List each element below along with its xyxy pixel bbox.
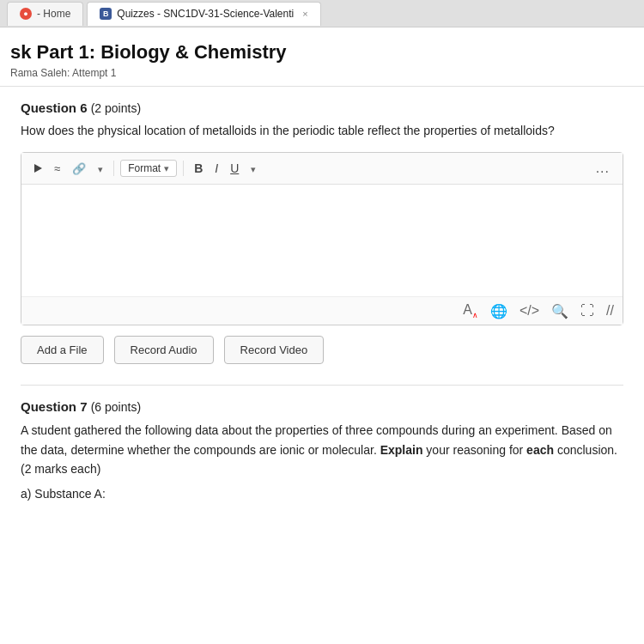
question-6-text: How does the physical location of metall… xyxy=(21,122,623,140)
page-title: sk Part 1: Biology & Chemistry xyxy=(10,41,623,64)
question-7-body: A student gathered the following data ab… xyxy=(21,423,617,476)
toolbar-more-button[interactable]: ... xyxy=(592,158,614,179)
play-icon xyxy=(34,164,42,173)
each-bold: each xyxy=(526,443,554,457)
toolbar-separator-1 xyxy=(113,161,114,176)
sub-question-a: a) Substance A: xyxy=(21,487,623,501)
editor-body[interactable] xyxy=(21,185,623,296)
question-6-title: Question 6 xyxy=(21,100,88,115)
toolbar-separator-2 xyxy=(183,161,184,176)
question-6-label: Question 6 (2 points) xyxy=(21,100,623,115)
toolbar-format-dropdown[interactable]: Format xyxy=(120,160,177,177)
close-tab-button[interactable]: × xyxy=(302,9,307,19)
editor-toolbar: ≈ 🔗 Format xyxy=(21,153,623,185)
explain-bold: Explain xyxy=(380,443,423,457)
section-divider xyxy=(21,385,623,386)
toolbar-underline-dropdown-button[interactable] xyxy=(246,160,260,178)
question-7-title: Question 7 xyxy=(21,399,88,414)
format-label: Format xyxy=(128,162,161,174)
language-icon[interactable]: 🌐 xyxy=(490,303,507,319)
tab-quizzes[interactable]: B Quizzes - SNC1DV-31-Science-Valenti × xyxy=(87,2,320,26)
main-content: Question 6 (2 points) How does the physi… xyxy=(0,87,644,532)
question-7-points: (6 points) xyxy=(91,400,141,414)
add-file-button[interactable]: Add a File xyxy=(21,336,104,364)
page-subtitle: Rama Saleh: Attempt 1 xyxy=(10,67,623,79)
question-6-block: Question 6 (2 points) How does the physi… xyxy=(21,100,623,364)
record-video-button[interactable]: Record Video xyxy=(224,336,325,364)
page-header: sk Part 1: Biology & Chemistry Rama Sale… xyxy=(0,27,644,87)
tab-bar: ● - Home B Quizzes - SNC1DV-31-Science-V… xyxy=(0,0,644,27)
question-7-text: A student gathered the following data ab… xyxy=(21,421,623,478)
link-icon: 🔗 xyxy=(72,162,86,175)
toolbar-italic-button[interactable]: I xyxy=(210,159,222,178)
toolbar-play-button[interactable] xyxy=(30,161,46,175)
spellcheck-footer-icon[interactable]: A∧ xyxy=(463,302,478,319)
toolbar-more-insert-button[interactable] xyxy=(94,160,107,178)
underline-chevron-icon xyxy=(251,162,256,175)
toolbar-bold-button[interactable]: B xyxy=(190,159,207,178)
question-7-label: Question 7 (6 points) xyxy=(21,399,623,414)
question-7-block: Question 7 (6 points) A student gathered… xyxy=(21,399,623,501)
toolbar-spellcheck-button[interactable]: ≈ xyxy=(50,160,64,178)
text-editor: ≈ 🔗 Format xyxy=(21,152,623,325)
fullscreen-icon[interactable]: ⛶ xyxy=(580,303,594,319)
tab-home-label: - Home xyxy=(37,8,70,20)
action-buttons: Add a File Record Audio Record Video xyxy=(21,336,623,364)
page: sk Part 1: Biology & Chemistry Rama Sale… xyxy=(0,27,644,644)
embed-code-icon[interactable]: </> xyxy=(519,303,539,319)
home-tab-icon: ● xyxy=(20,8,32,20)
accessibility-icon[interactable]: // xyxy=(606,303,614,319)
record-audio-button[interactable]: Record Audio xyxy=(114,336,214,364)
toolbar-underline-button[interactable]: U xyxy=(226,159,243,178)
toolbar-link-button[interactable]: 🔗 xyxy=(68,160,90,178)
find-icon[interactable]: 🔍 xyxy=(551,303,568,319)
quizzes-tab-icon: B xyxy=(100,8,112,20)
chevron-down-icon xyxy=(98,162,103,175)
question-6-points: (2 points) xyxy=(91,101,141,115)
spellcheck-icon: ≈ xyxy=(54,162,60,175)
tab-home[interactable]: ● - Home xyxy=(7,2,83,26)
tab-quizzes-label: Quizzes - SNC1DV-31-Science-Valenti xyxy=(117,8,294,20)
editor-footer: A∧ 🌐 </> 🔍 ⛶ // xyxy=(21,296,623,325)
format-chevron-icon xyxy=(164,162,169,174)
